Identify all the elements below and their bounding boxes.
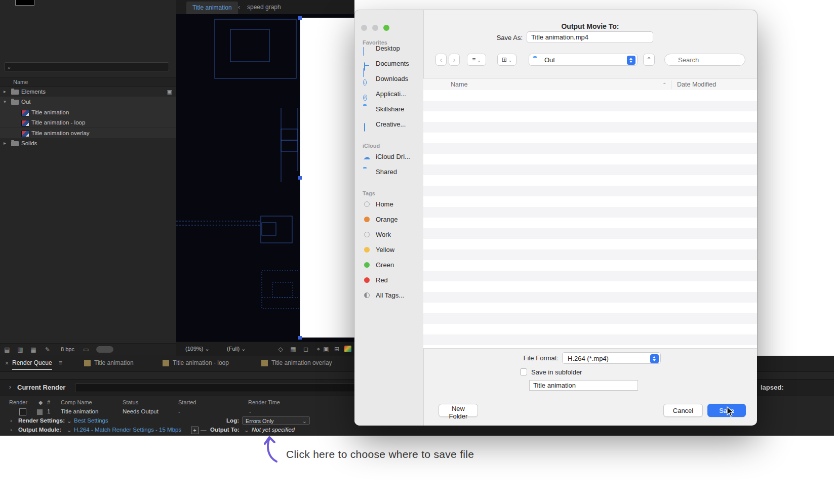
project-bit-depth[interactable]: 8 bpc bbox=[61, 346, 74, 352]
back-button[interactable]: ‹ bbox=[435, 54, 447, 66]
location-dropdown[interactable]: Out bbox=[529, 54, 638, 66]
disclosure-icon[interactable]: ▸ bbox=[4, 87, 6, 97]
sidebar-tag-red[interactable]: Red bbox=[359, 273, 420, 287]
file-format-dropdown[interactable]: H.264 (*.mp4) bbox=[562, 352, 661, 364]
render-settings-link[interactable]: Best Settings bbox=[74, 417, 108, 424]
grid-guides-icon[interactable]: ▣ bbox=[322, 345, 331, 353]
trash-icon[interactable]: ▭ bbox=[82, 346, 90, 354]
traffic-light-zoom[interactable] bbox=[383, 25, 389, 31]
tab-title-animation[interactable]: Title animation bbox=[186, 2, 238, 14]
sidebar-item-downloads[interactable]: ↓ Downloads bbox=[359, 72, 420, 86]
col-comp-name[interactable]: Comp Name bbox=[61, 399, 92, 405]
col-render-time[interactable]: Render Time bbox=[248, 399, 280, 405]
project-search-input[interactable]: ⌕ bbox=[4, 62, 169, 71]
traffic-light-close[interactable] bbox=[361, 25, 367, 31]
interpret-footage-icon[interactable]: ▤ bbox=[3, 346, 11, 354]
output-to-link[interactable]: Not yet specified bbox=[252, 427, 295, 433]
sidebar-item-creative[interactable]: Creative... bbox=[359, 117, 420, 132]
sidebar-tag-work[interactable]: Work bbox=[359, 228, 420, 242]
adjustment-icon[interactable]: ✎ bbox=[44, 346, 52, 354]
chevron-down-icon[interactable]: ⌄ bbox=[67, 417, 72, 425]
sidebar-item-skillshare[interactable]: Skillshare bbox=[359, 102, 420, 116]
disclosure-icon[interactable]: › bbox=[9, 384, 11, 391]
chevron-down-icon[interactable]: ⌄ bbox=[244, 427, 249, 434]
sidebar-item-documents[interactable]: Documents bbox=[359, 57, 420, 71]
new-composition-icon[interactable]: ▦ bbox=[29, 346, 37, 354]
project-item-title-animation-overlay[interactable]: Title animation overlay bbox=[0, 128, 176, 138]
disclosure-icon[interactable]: › bbox=[10, 417, 12, 424]
comp-handle[interactable] bbox=[298, 336, 302, 340]
up-directory-button[interactable]: ⌃ bbox=[643, 54, 655, 66]
forward-button[interactable]: › bbox=[449, 54, 460, 66]
col-render[interactable]: Render bbox=[9, 399, 27, 405]
sidebar-item-applications[interactable]: A Applicati... bbox=[359, 87, 420, 101]
project-item-out[interactable]: ▾ Out bbox=[0, 97, 176, 107]
file-list-empty[interactable] bbox=[423, 90, 757, 348]
region-of-interest-icon[interactable]: ◻ bbox=[301, 345, 310, 353]
sidebar-item-desktop[interactable]: Desktop bbox=[359, 41, 420, 56]
col-status[interactable]: Status bbox=[123, 399, 138, 405]
snapshot-icon[interactable]: ◇ bbox=[276, 345, 285, 353]
composition-viewer[interactable] bbox=[176, 14, 354, 342]
col-started[interactable]: Started bbox=[178, 399, 196, 405]
resolution-dropdown[interactable]: (Full) ⌄ bbox=[227, 346, 246, 352]
add-output-module-button[interactable]: + bbox=[191, 427, 198, 434]
sort-ascending-icon[interactable]: ⌃ bbox=[662, 79, 666, 91]
cancel-button[interactable]: Cancel bbox=[663, 404, 703, 417]
col-number[interactable]: # bbox=[47, 399, 50, 405]
sidebar-item-icloud-drive[interactable]: ☁ iCloud Dri... bbox=[359, 150, 420, 164]
traffic-light-minimize[interactable] bbox=[372, 25, 378, 31]
disclosure-icon[interactable]: ▸ bbox=[4, 138, 6, 148]
tab-comp-title-animation-loop[interactable]: Title animation - loop bbox=[173, 359, 229, 366]
new-folder-icon[interactable]: ▥ bbox=[16, 346, 24, 354]
sidebar-item-shared[interactable]: Shared bbox=[359, 165, 420, 179]
label-color-chip[interactable] bbox=[36, 409, 43, 415]
project-item-title-animation[interactable]: Title animation bbox=[0, 107, 176, 117]
log-dropdown[interactable]: Errors Only ⌄ bbox=[242, 416, 310, 425]
date-modified-column[interactable]: Date Modified bbox=[677, 79, 716, 91]
zoom-dropdown[interactable]: (109%) ⌄ bbox=[185, 346, 210, 352]
chevron-down-icon[interactable]: ⌄ bbox=[67, 427, 72, 434]
output-module-label: Output Module: bbox=[18, 427, 61, 433]
save-as-input[interactable] bbox=[527, 31, 653, 43]
tab-speed-graph[interactable]: speed graph bbox=[247, 4, 281, 11]
sidebar-tag-green[interactable]: Green bbox=[359, 258, 420, 272]
tab-comp-title-animation[interactable]: Title animation bbox=[94, 359, 134, 366]
transparency-grid-icon[interactable]: ▦ bbox=[289, 345, 298, 353]
sidebar-tag-orange[interactable]: Orange bbox=[359, 213, 420, 227]
close-icon[interactable]: × bbox=[5, 360, 9, 367]
output-module-link[interactable]: H.264 - Match Render Settings - 15 Mbps bbox=[74, 427, 181, 433]
name-column-label[interactable]: Name bbox=[13, 79, 28, 85]
project-item-elements[interactable]: ▸ Elements ▣ bbox=[0, 87, 176, 97]
render-item-checkbox[interactable] bbox=[19, 408, 26, 415]
view-mode-dropdown[interactable]: ≡⌄ bbox=[467, 54, 486, 66]
comp-handle[interactable] bbox=[298, 176, 302, 180]
tag-circle-icon bbox=[364, 217, 370, 222]
tag-column-icon[interactable]: ◆ bbox=[38, 399, 43, 406]
subfolder-name-input[interactable] bbox=[529, 380, 638, 391]
comp-handle[interactable] bbox=[298, 16, 302, 20]
view-layout-icon[interactable]: ⊞ bbox=[332, 345, 341, 353]
adaptive-resolution-icon[interactable] bbox=[344, 346, 351, 352]
project-item-label: Title animation bbox=[31, 109, 69, 115]
location-value: Out bbox=[544, 56, 555, 65]
sidebar-tag-home[interactable]: Home bbox=[359, 197, 420, 212]
search-input[interactable] bbox=[664, 54, 745, 66]
group-dropdown[interactable]: ⊞⌄ bbox=[497, 54, 517, 66]
disclosure-icon[interactable]: ▾ bbox=[4, 97, 6, 107]
disclosure-icon[interactable]: › bbox=[10, 427, 12, 433]
download-icon: ↓ bbox=[363, 75, 371, 83]
project-item-title-animation-loop[interactable]: Title animation - loop bbox=[0, 117, 176, 128]
tab-render-queue[interactable]: Render Queue bbox=[12, 359, 52, 370]
project-item-solids[interactable]: ▸ Solids bbox=[0, 138, 176, 148]
tab-back-chevron-icon[interactable]: ‹ bbox=[238, 4, 240, 11]
project-item-label: Solids bbox=[21, 140, 37, 146]
sidebar-tag-yellow[interactable]: Yellow bbox=[359, 243, 420, 257]
save-in-subfolder-checkbox[interactable] bbox=[520, 368, 527, 375]
tab-comp-title-animation-overlay[interactable]: Title animation overlay bbox=[271, 359, 332, 366]
new-folder-button[interactable]: New Folder bbox=[439, 404, 478, 417]
sidebar-tag-all-tags[interactable]: All Tags... bbox=[359, 288, 420, 303]
panel-menu-icon[interactable]: ≡ bbox=[59, 359, 62, 366]
name-column[interactable]: Name bbox=[451, 79, 467, 91]
composition-icon bbox=[21, 131, 29, 137]
